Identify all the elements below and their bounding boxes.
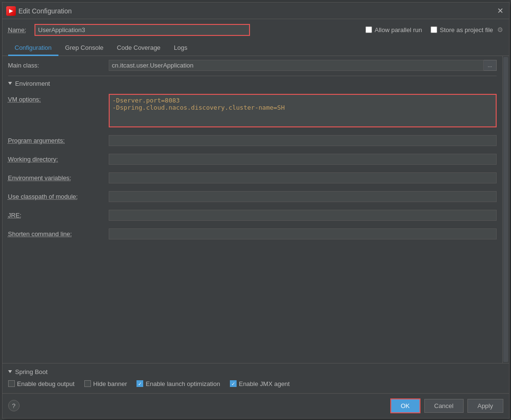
working-dir-label: Working directory: <box>8 154 104 163</box>
content-scroll: Main class: ... Environment VM options: … <box>2 56 502 363</box>
enable-debug-item: Enable debug output <box>8 380 75 387</box>
app-icon: ▶ <box>6 6 16 16</box>
name-row: Name: Allow parallel run Store as projec… <box>2 19 509 41</box>
store-as-project-checkbox[interactable] <box>431 26 437 33</box>
env-vars-input[interactable] <box>109 172 497 183</box>
hide-banner-label: Hide banner <box>93 380 127 387</box>
main-class-browse-button[interactable]: ... <box>484 60 496 71</box>
environment-collapse-icon <box>8 82 12 85</box>
name-input[interactable] <box>34 24 250 36</box>
help-button[interactable]: ? <box>8 400 20 411</box>
enable-launch-label: Enable launch optimization <box>146 380 220 387</box>
enable-debug-label: Enable debug output <box>17 380 75 387</box>
enable-jmx-item: ✓ Enable JMX agent <box>230 380 290 387</box>
vm-options-row: VM options: -Dserver.port=8083 -Dspring.… <box>8 90 497 131</box>
tab-bar: Configuration Grep Console Code Coverage… <box>2 41 509 56</box>
allow-parallel-run-checkbox[interactable] <box>365 26 372 33</box>
header-checkboxes: Allow parallel run Store as project file… <box>365 26 503 34</box>
hide-banner-item: Hide banner <box>84 380 127 387</box>
shorten-cmd-input[interactable] <box>109 228 497 239</box>
ok-button[interactable]: OK <box>390 398 420 413</box>
store-as-project: Store as project file ⚙ <box>431 26 503 34</box>
edit-configuration-dialog: ▶ Edit Configuration ✕ Name: Allow paral… <box>2 2 510 419</box>
program-args-label: Program arguments: <box>8 135 104 144</box>
gear-icon[interactable]: ⚙ <box>497 26 503 34</box>
footer: ? OK Cancel Apply <box>2 393 509 418</box>
jre-input[interactable] <box>109 210 497 221</box>
main-class-input[interactable] <box>109 60 484 71</box>
allow-parallel-run-label: Allow parallel run <box>375 26 422 34</box>
env-vars-label: Environment variables: <box>8 172 104 182</box>
tab-grep-console[interactable]: Grep Console <box>58 41 110 56</box>
working-dir-row: Working directory: <box>8 150 497 169</box>
spring-boot-section: Spring Boot Enable debug output Hide ban… <box>2 363 509 393</box>
close-button[interactable]: ✕ <box>497 6 503 15</box>
classpath-row: Use classpath of module: <box>8 187 497 206</box>
enable-jmx-checkbox[interactable]: ✓ <box>230 380 237 387</box>
config-panel: Main class: ... Environment VM options: … <box>2 56 502 243</box>
spring-boot-header[interactable]: Spring Boot <box>8 366 503 377</box>
enable-debug-checkbox[interactable] <box>8 380 15 387</box>
spring-boot-checkboxes: Enable debug output Hide banner ✓ Enable… <box>8 377 503 390</box>
jre-row: JRE: <box>8 206 497 225</box>
program-args-input[interactable] <box>109 135 497 146</box>
program-args-row: Program arguments: <box>8 131 497 150</box>
dialog-title: Edit Configuration <box>19 7 72 15</box>
footer-left: ? <box>8 400 20 411</box>
vm-options-label: VM options: <box>8 94 104 103</box>
enable-jmx-label: Enable JMX agent <box>239 380 290 387</box>
tab-logs[interactable]: Logs <box>167 41 194 56</box>
spring-boot-label: Spring Boot <box>15 368 48 375</box>
scrollbar-track <box>503 57 508 362</box>
main-content: Main class: ... Environment VM options: … <box>2 56 509 363</box>
shorten-cmd-row: Shorten command line: <box>8 225 497 243</box>
working-dir-input[interactable] <box>109 154 497 165</box>
env-vars-row: Environment variables: <box>8 169 497 187</box>
tab-configuration[interactable]: Configuration <box>8 41 58 56</box>
hide-banner-checkbox[interactable] <box>84 380 91 387</box>
title-left: ▶ Edit Configuration <box>6 6 72 16</box>
classpath-input[interactable] <box>109 191 497 202</box>
right-scrollbar[interactable] <box>502 56 509 363</box>
title-bar: ▶ Edit Configuration ✕ <box>2 2 509 19</box>
allow-parallel-run: Allow parallel run <box>365 26 422 34</box>
environment-section-header[interactable]: Environment <box>8 77 497 90</box>
vm-options-textarea[interactable]: -Dserver.port=8083 -Dspring.cloud.nacos.… <box>109 94 497 127</box>
cancel-button[interactable]: Cancel <box>424 399 464 413</box>
enable-launch-checkbox[interactable]: ✓ <box>136 380 143 387</box>
enable-launch-item: ✓ Enable launch optimization <box>136 380 220 387</box>
main-class-label: Main class: <box>8 60 104 69</box>
apply-button[interactable]: Apply <box>467 399 503 413</box>
main-class-input-group: ... <box>109 60 497 71</box>
separator-1 <box>8 76 497 76</box>
store-as-project-label: Store as project file <box>440 26 493 34</box>
tab-code-coverage[interactable]: Code Coverage <box>110 41 167 56</box>
jre-label: JRE: <box>8 210 104 219</box>
main-class-row: Main class: ... <box>8 56 497 75</box>
shorten-cmd-label: Shorten command line: <box>8 228 104 238</box>
name-label: Name: <box>8 26 30 34</box>
classpath-label: Use classpath of module: <box>8 191 104 200</box>
spring-boot-collapse-icon <box>8 370 12 373</box>
environment-label: Environment <box>15 80 50 87</box>
